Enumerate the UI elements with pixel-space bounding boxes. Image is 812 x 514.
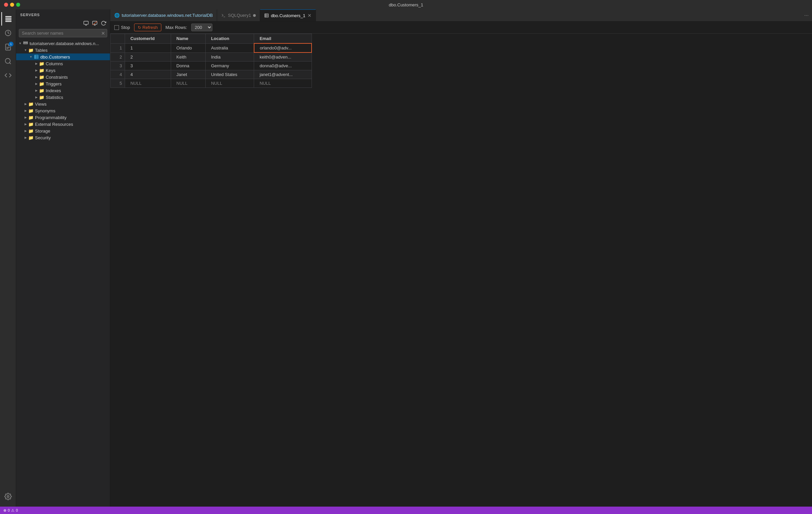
- table-container[interactable]: CustomerId Name Location Email 1 1 Orlan…: [110, 34, 812, 507]
- row-num-2: 2: [111, 52, 125, 61]
- tree-arrow-constraints: [34, 74, 39, 80]
- document-badge: 1: [9, 42, 13, 47]
- programmability-icon: 📁: [28, 115, 34, 120]
- tree-item-programmability[interactable]: 📁 Programmability: [16, 114, 110, 121]
- table-header-row: CustomerId Name Location Email: [111, 34, 312, 44]
- cell-name-3[interactable]: Donna: [171, 61, 205, 70]
- tab-customers[interactable]: dbo.Customers_1 ✕: [260, 9, 316, 21]
- max-rows-label: Max Rows:: [165, 25, 187, 30]
- columns-label: Columns: [46, 61, 63, 66]
- cell-email-1[interactable]: orlando0@adv...: [254, 44, 312, 52]
- views-icon: 📁: [28, 101, 34, 107]
- row-num-3: 3: [111, 61, 125, 70]
- tree-item-tables[interactable]: 📁 Tables: [16, 47, 110, 53]
- tree-arrow-security: [23, 135, 28, 140]
- cell-location-5[interactable]: NULL: [205, 79, 254, 88]
- refresh-sidebar-icon[interactable]: [100, 20, 107, 27]
- activity-history[interactable]: [1, 26, 15, 40]
- table-tab-icon: [264, 13, 269, 18]
- max-rows-select[interactable]: 200 100 500 1000: [191, 24, 212, 31]
- tab-breadcrumb[interactable]: 🌐 tutorialserver.database.windows.net:Tu…: [110, 9, 217, 21]
- stop-checkbox[interactable]: [114, 25, 119, 30]
- statistics-label: Statistics: [46, 95, 63, 100]
- tree-item-statistics[interactable]: 📁 Statistics: [16, 94, 110, 101]
- sidebar-search-container: ✕: [16, 28, 110, 40]
- tab-bar: 🌐 tutorialserver.database.windows.net:Tu…: [110, 9, 812, 22]
- cell-email-5[interactable]: NULL: [254, 79, 312, 88]
- close-button[interactable]: [4, 3, 8, 7]
- tree-item-storage[interactable]: 📁 Storage: [16, 128, 110, 134]
- tree-item-customers[interactable]: dbo.Customers: [16, 53, 110, 60]
- refresh-button[interactable]: ↻ Refresh: [134, 24, 162, 31]
- cell-email-4[interactable]: janet1@advent...: [254, 70, 312, 79]
- refresh-label: Refresh: [143, 25, 158, 30]
- activity-document[interactable]: 1 1: [1, 40, 15, 54]
- close-tab-icon[interactable]: ✕: [308, 13, 312, 18]
- maximize-button[interactable]: [16, 3, 20, 7]
- traffic-lights: [4, 3, 20, 7]
- activity-search[interactable]: [1, 54, 15, 68]
- more-tabs-button[interactable]: ···: [801, 12, 812, 19]
- tree-item-constraints[interactable]: 📁 Constraints: [16, 74, 110, 80]
- tree-item-external-resources[interactable]: 📁 External Resources: [16, 121, 110, 128]
- svg-rect-17: [24, 43, 28, 44]
- svg-rect-16: [24, 42, 28, 43]
- query-icon: [221, 13, 226, 18]
- storage-label: Storage: [35, 129, 51, 134]
- th-name: Name: [171, 34, 205, 44]
- cell-name-4[interactable]: Janet: [171, 70, 205, 79]
- cell-location-4[interactable]: United States: [205, 70, 254, 79]
- cell-name-5[interactable]: NULL: [171, 79, 205, 88]
- tree-arrow-storage: [23, 128, 28, 134]
- tree-item-synonyms[interactable]: 📁 Synonyms: [16, 107, 110, 114]
- tree-item-server[interactable]: tutorialserver.database.windows.n...: [16, 40, 110, 47]
- tree-arrow-statistics: [34, 94, 39, 100]
- titlebar: dbo.Customers_1: [0, 0, 812, 9]
- cell-customerid-4[interactable]: 4: [125, 70, 171, 79]
- cell-location-1[interactable]: Australia: [205, 44, 254, 52]
- activity-settings[interactable]: [1, 490, 15, 503]
- tree-item-indexes[interactable]: 📁 Indexes: [16, 87, 110, 94]
- tree-arrow-external-resources: [23, 121, 28, 127]
- tree-item-keys[interactable]: 📁 Keys: [16, 67, 110, 74]
- customers-label: dbo.Customers: [40, 54, 70, 59]
- disconnect-icon[interactable]: [91, 20, 98, 27]
- statistics-icon: 📁: [39, 94, 45, 100]
- sql-query-label: SQLQuery1: [228, 13, 251, 18]
- tree-arrow-programmability: [23, 115, 28, 120]
- constraints-label: Constraints: [46, 75, 68, 80]
- minimize-button[interactable]: [10, 3, 14, 7]
- tree-item-security[interactable]: 📁 Security: [16, 134, 110, 141]
- tree-item-triggers[interactable]: 📁 Triggers: [16, 80, 110, 87]
- cell-email-2[interactable]: keith0@adven...: [254, 52, 312, 61]
- table-row: 2 2 Keith India keith0@adven...: [111, 52, 312, 61]
- activity-servers[interactable]: [1, 12, 15, 26]
- cell-customerid-5[interactable]: NULL: [125, 79, 171, 88]
- th-rownum: [111, 34, 125, 44]
- new-connection-icon[interactable]: [82, 20, 90, 27]
- cell-name-1[interactable]: Orlando: [171, 44, 205, 52]
- svg-point-8: [7, 495, 9, 497]
- tab-sql-query[interactable]: SQLQuery1: [217, 9, 260, 21]
- cell-customerid-3[interactable]: 3: [125, 61, 171, 70]
- errors-status: ⊗ 0 ⚠ 0: [3, 508, 18, 513]
- cell-email-3[interactable]: donna0@adve...: [254, 61, 312, 70]
- cell-customerid-2[interactable]: 2: [125, 52, 171, 61]
- refresh-icon: ↻: [138, 25, 141, 30]
- table-row: 1 1 Orlando Australia orlando0@adv...: [111, 44, 312, 52]
- tree-item-columns[interactable]: 📁 Columns: [16, 60, 110, 67]
- cell-location-2[interactable]: India: [205, 52, 254, 61]
- error-icon: ⊗: [3, 508, 6, 513]
- cell-customerid-1[interactable]: 1: [125, 44, 171, 52]
- row-num-1: 1: [111, 44, 125, 52]
- svg-rect-2: [5, 21, 11, 22]
- search-input[interactable]: [19, 29, 107, 37]
- tree-item-views[interactable]: 📁 Views: [16, 101, 110, 107]
- th-location: Location: [205, 34, 254, 44]
- cell-location-3[interactable]: Germany: [205, 61, 254, 70]
- search-clear-icon[interactable]: ✕: [101, 31, 105, 36]
- activity-extensions[interactable]: [1, 69, 15, 82]
- svg-rect-1: [5, 18, 11, 20]
- table-row: 3 3 Donna Germany donna0@adve...: [111, 61, 312, 70]
- cell-name-2[interactable]: Keith: [171, 52, 205, 61]
